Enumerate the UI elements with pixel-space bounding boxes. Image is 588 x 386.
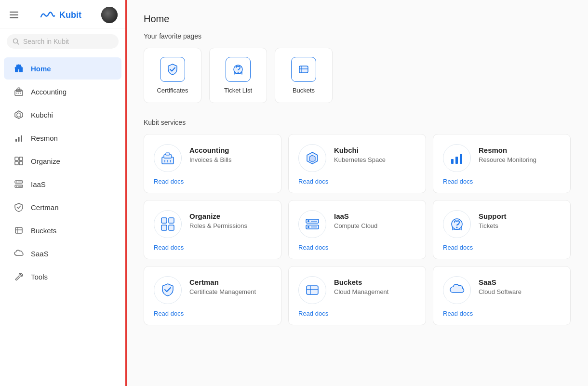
svg-marker-44: [309, 155, 315, 162]
sidebar-item-accounting[interactable]: Accounting: [4, 80, 121, 103]
service-desc-kubchi: Kubernetes Space: [334, 156, 386, 163]
organize-icon: [13, 156, 24, 166]
service-icon-kubchi: [298, 144, 326, 172]
read-docs-certman[interactable]: Read docs: [154, 310, 271, 317]
service-icon-iaas: [298, 210, 326, 238]
sidebar-item-kubchi-label: Kubchi: [31, 111, 53, 119]
svg-rect-34: [299, 66, 308, 73]
read-docs-buckets-svc[interactable]: Read docs: [298, 310, 416, 317]
app-name: Kubit: [59, 10, 81, 20]
fav-icon-ticket-list: [226, 57, 251, 82]
svg-rect-17: [19, 157, 23, 160]
svg-point-23: [16, 186, 17, 187]
service-card-organize[interactable]: Organize Roles & Permissions Read docs: [144, 200, 281, 259]
main-content: Home Your favorite pages Certificates: [126, 0, 588, 386]
service-name-kubchi: Kubchi: [334, 146, 386, 154]
svg-rect-49: [169, 218, 174, 223]
read-docs-support[interactable]: Read docs: [443, 244, 561, 251]
svg-marker-12: [17, 113, 21, 117]
fav-card-buckets[interactable]: Buckets: [275, 48, 333, 103]
service-name-accounting: Accounting: [189, 146, 231, 154]
svg-rect-50: [161, 225, 167, 230]
read-docs-organize[interactable]: Read docs: [154, 244, 271, 251]
service-card-kubchi[interactable]: Kubchi Kubernetes Space Read docs: [288, 134, 426, 193]
fav-card-ticket-list[interactable]: Ticket List: [209, 48, 267, 103]
sidebar-item-tools-label: Tools: [31, 273, 48, 281]
svg-rect-14: [18, 137, 20, 142]
svg-rect-46: [455, 157, 458, 164]
search-icon: [13, 38, 19, 45]
sidebar-item-tools[interactable]: Tools: [4, 266, 121, 288]
read-docs-accounting[interactable]: Read docs: [154, 178, 271, 185]
service-card-resmon[interactable]: Resmon Resource Monitoring Read docs: [433, 134, 571, 193]
read-docs-resmon[interactable]: Read docs: [443, 178, 561, 185]
fav-label-ticket-list: Ticket List: [224, 87, 252, 94]
service-name-saas: SaaS: [479, 278, 521, 286]
accounting-icon: [13, 87, 24, 96]
service-card-accounting[interactable]: Accounting Invoices & Bills Read docs: [144, 134, 281, 193]
sidebar-item-resmon-label: Resmon: [31, 134, 58, 142]
service-name-certman: Certman: [189, 278, 256, 286]
sidebar-item-home-label: Home: [31, 65, 51, 73]
service-card-saas[interactable]: SaaS Cloud Software Read docs: [433, 266, 571, 325]
sidebar-item-kubchi[interactable]: Kubchi: [4, 104, 121, 126]
fav-label-buckets: Buckets: [293, 87, 315, 94]
favorites-section-title: Your favorite pages: [144, 32, 571, 40]
fav-icon-buckets: [291, 57, 316, 82]
svg-point-22: [16, 182, 17, 183]
service-icon-certman: [154, 276, 182, 304]
service-desc-certman: Certificate Management: [189, 288, 256, 295]
sidebar-item-buckets[interactable]: Buckets: [4, 219, 121, 241]
service-card-certman[interactable]: Certman Certificate Management Read docs: [144, 266, 281, 325]
svg-rect-45: [451, 159, 454, 164]
service-name-support: Support: [479, 212, 507, 220]
svg-rect-4: [16, 65, 21, 69]
fav-label-certificates: Certificates: [157, 87, 188, 94]
kubchi-icon: [13, 110, 24, 120]
sidebar-item-saas-label: SaaS: [31, 250, 49, 258]
fav-card-certificates[interactable]: Certificates: [144, 48, 201, 103]
service-icon-support: [443, 210, 471, 238]
svg-rect-51: [169, 225, 174, 230]
service-icon-organize: [154, 210, 182, 238]
search-box[interactable]: Search in Kubit: [7, 34, 119, 49]
read-docs-iaas[interactable]: Read docs: [298, 244, 416, 251]
service-card-support[interactable]: Support Tickets Read docs: [433, 200, 571, 259]
svg-rect-26: [15, 227, 22, 233]
sidebar-item-certman[interactable]: Certman: [4, 196, 121, 218]
fav-icon-certificates: [160, 57, 185, 82]
iaas-icon: [13, 179, 24, 189]
svg-rect-47: [460, 154, 462, 164]
svg-rect-19: [19, 161, 23, 165]
service-name-iaas: IaaS: [334, 212, 377, 220]
service-name-resmon: Resmon: [479, 146, 536, 154]
service-name-organize: Organize: [189, 212, 247, 220]
sidebar-item-accounting-label: Accounting: [31, 88, 67, 96]
sidebar: Kubit Search in Kubit Home: [0, 0, 126, 386]
hamburger-button[interactable]: [8, 10, 20, 20]
sidebar-item-resmon[interactable]: Resmon: [4, 127, 121, 149]
svg-point-54: [307, 220, 309, 222]
sidebar-item-iaas[interactable]: IaaS: [4, 173, 121, 195]
sidebar-item-iaas-label: IaaS: [31, 180, 46, 188]
services-section-title: Kubit services: [144, 119, 571, 126]
nav-menu: Home Accounting: [0, 54, 125, 386]
svg-point-55: [307, 226, 309, 228]
service-desc-accounting: Invoices & Bills: [189, 156, 231, 163]
svg-rect-39: [166, 153, 170, 155]
sidebar-item-organize[interactable]: Organize: [4, 150, 121, 172]
logo-icon: [40, 10, 55, 20]
user-avatar[interactable]: [101, 7, 118, 23]
sidebar-item-home[interactable]: Home: [4, 57, 121, 80]
sidebar-item-certman-label: Certman: [31, 203, 59, 212]
sidebar-item-saas[interactable]: SaaS: [4, 242, 121, 265]
read-docs-saas[interactable]: Read docs: [443, 310, 561, 317]
svg-point-59: [456, 227, 458, 228]
service-card-buckets-svc[interactable]: Buckets Cloud Management Read docs: [288, 266, 426, 325]
read-docs-kubchi[interactable]: Read docs: [298, 178, 416, 185]
svg-rect-18: [15, 161, 18, 165]
svg-rect-13: [15, 139, 17, 142]
service-card-iaas[interactable]: IaaS Compute Cloud Read docs: [288, 200, 426, 259]
favorites-row: Certificates Ticket List: [144, 48, 571, 103]
services-grid: Accounting Invoices & Bills Read docs Ku…: [144, 134, 571, 325]
